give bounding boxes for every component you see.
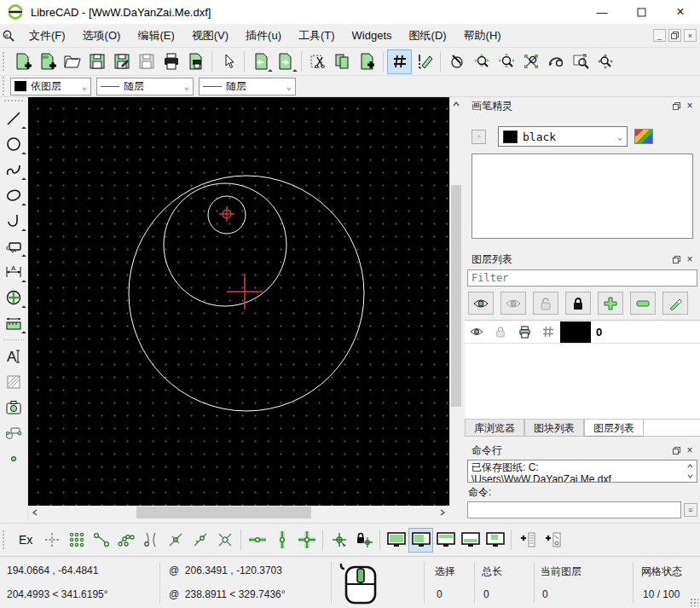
tool-point-button[interactable]	[1, 446, 26, 472]
linewidth-combobox[interactable]: 随层 ⌄	[199, 78, 296, 96]
layer-color-swatch[interactable]	[560, 321, 591, 343]
horizontal-scrollbar[interactable]	[28, 506, 461, 519]
pen-options-button[interactable]: ▫	[471, 130, 486, 144]
menu-widgets[interactable]: Widgets	[344, 26, 401, 45]
dock-area-floating-button[interactable]	[483, 528, 507, 553]
horizontal-scrollbar-thumb[interactable]	[136, 507, 311, 518]
minimize-button[interactable]: —	[582, 0, 622, 24]
history-scroll-up-icon[interactable]	[685, 461, 696, 472]
snap-grid-button[interactable]	[64, 528, 89, 553]
history-scroll-down-icon[interactable]	[685, 472, 696, 482]
scroll-right-icon[interactable]	[436, 506, 449, 519]
layer-print-icon[interactable]	[512, 326, 536, 339]
tool-image-button[interactable]	[1, 395, 26, 420]
tool-line-button[interactable]	[1, 106, 26, 131]
dock-area-left-button[interactable]	[384, 528, 408, 553]
select-pointer-button[interactable]	[216, 49, 240, 74]
mdi-restore-button[interactable]	[668, 29, 681, 42]
mdi-close-button[interactable]: ×	[684, 29, 697, 42]
scroll-left-icon[interactable]	[28, 506, 42, 519]
drawing-canvas[interactable]	[28, 97, 449, 506]
layer-visible-icon[interactable]	[465, 327, 489, 337]
new-from-template-button[interactable]	[35, 49, 60, 74]
redo-button[interactable]	[273, 49, 298, 74]
pen-color-combobox[interactable]: black ⌄	[498, 126, 628, 147]
vertical-scrollbar-thumb[interactable]	[451, 185, 461, 407]
add-layer-button[interactable]	[598, 292, 623, 315]
close-panel-icon[interactable]: ×	[683, 444, 697, 456]
menu-options[interactable]: 选项(O)	[74, 25, 130, 47]
color-picker-button[interactable]	[634, 129, 653, 144]
snap-toolbar-drag-handle[interactable]	[3, 530, 8, 549]
close-panel-icon[interactable]: ×	[683, 100, 697, 112]
restrict-vertical-button[interactable]	[269, 528, 294, 553]
command-history[interactable]: 已保存图纸: C: \Users\WwW.DaYanZai.Me.dxf	[467, 460, 697, 483]
toolbar-drag-handle[interactable]	[3, 52, 8, 71]
menu-drawings[interactable]: 图纸(D)	[401, 25, 455, 47]
new-document-button[interactable]	[10, 49, 35, 74]
layer-row-0[interactable]: 0	[465, 321, 700, 344]
restrict-orthogonal-button[interactable]	[294, 528, 319, 553]
lock-relative-zero-button[interactable]	[351, 528, 376, 553]
dock-area-bottom-button[interactable]	[458, 528, 483, 553]
hide-all-layers-button[interactable]	[500, 292, 526, 315]
copy-button[interactable]	[330, 49, 355, 74]
menu-view[interactable]: 视图(V)	[183, 25, 237, 47]
zoom-pan-button[interactable]	[593, 49, 617, 74]
paste-button[interactable]	[355, 49, 379, 74]
lock-all-layers-button[interactable]	[565, 292, 591, 315]
zoom-previous-button[interactable]	[543, 49, 568, 74]
resize-grip[interactable]	[690, 598, 698, 606]
undo-button[interactable]	[248, 49, 273, 74]
redraw-button[interactable]	[444, 49, 469, 74]
unlock-all-layers-button[interactable]	[533, 292, 558, 315]
export-button[interactable]	[134, 49, 159, 74]
zoom-out-button[interactable]	[494, 49, 518, 74]
add-toolbar-widget-button[interactable]	[540, 528, 564, 553]
menu-help[interactable]: 帮助(H)	[455, 25, 510, 47]
close-button[interactable]: ×	[661, 0, 700, 24]
cut-button[interactable]	[305, 49, 330, 74]
set-relative-zero-button[interactable]	[327, 528, 351, 553]
layer-construction-icon[interactable]	[536, 326, 560, 338]
color-combobox[interactable]: 依图层 ⌄	[10, 78, 91, 96]
zoom-in-button[interactable]	[469, 49, 494, 74]
float-panel-icon[interactable]	[669, 100, 683, 112]
tool-block-button[interactable]	[1, 420, 26, 446]
tool-ellipse-button[interactable]	[1, 182, 26, 208]
layer-lock-icon[interactable]	[489, 326, 512, 338]
save-button[interactable]	[84, 49, 109, 74]
add-command-widget-button[interactable]	[515, 528, 540, 553]
print-button[interactable]	[159, 49, 183, 74]
snap-entity-button[interactable]	[113, 528, 138, 553]
tool-text-button[interactable]: A	[1, 344, 26, 369]
command-input[interactable]	[467, 501, 681, 518]
linetype-combobox[interactable]: 随层 ⌄	[96, 78, 194, 96]
command-options-icon[interactable]: ≡	[684, 503, 697, 517]
zoom-window-button[interactable]	[568, 49, 593, 74]
tab-layer-list[interactable]: 图层列表	[584, 420, 644, 437]
menu-file[interactable]: 文件(F)	[20, 25, 74, 47]
dock-area-top-button[interactable]	[433, 528, 458, 553]
dock-area-right-button[interactable]	[408, 528, 433, 553]
tool-modify-button[interactable]	[1, 285, 26, 310]
tab-library-browser[interactable]: 库浏览器	[465, 420, 524, 437]
restrict-horizontal-button[interactable]	[245, 528, 269, 553]
layer-filter-input[interactable]	[467, 269, 697, 287]
tab-block-list[interactable]: 图块列表	[524, 420, 584, 437]
save-as-button[interactable]	[109, 49, 134, 74]
edit-layer-button[interactable]	[662, 292, 688, 315]
snap-intersection-button[interactable]	[212, 528, 237, 553]
snap-middle-button[interactable]	[163, 528, 188, 553]
float-panel-icon[interactable]	[669, 444, 683, 456]
menu-tools[interactable]: 工具(T)	[290, 25, 344, 47]
draft-mode-button[interactable]	[412, 49, 437, 74]
snap-distance-button[interactable]	[188, 528, 212, 553]
snap-endpoint-button[interactable]	[89, 528, 113, 553]
menu-plugins[interactable]: 插件(u)	[237, 25, 290, 47]
snap-free-button[interactable]	[39, 528, 64, 553]
scroll-up-icon[interactable]	[450, 97, 462, 110]
close-panel-icon[interactable]: ×	[683, 253, 697, 265]
show-all-layers-button[interactable]	[468, 292, 494, 315]
tool-polyline-button[interactable]	[1, 208, 26, 234]
